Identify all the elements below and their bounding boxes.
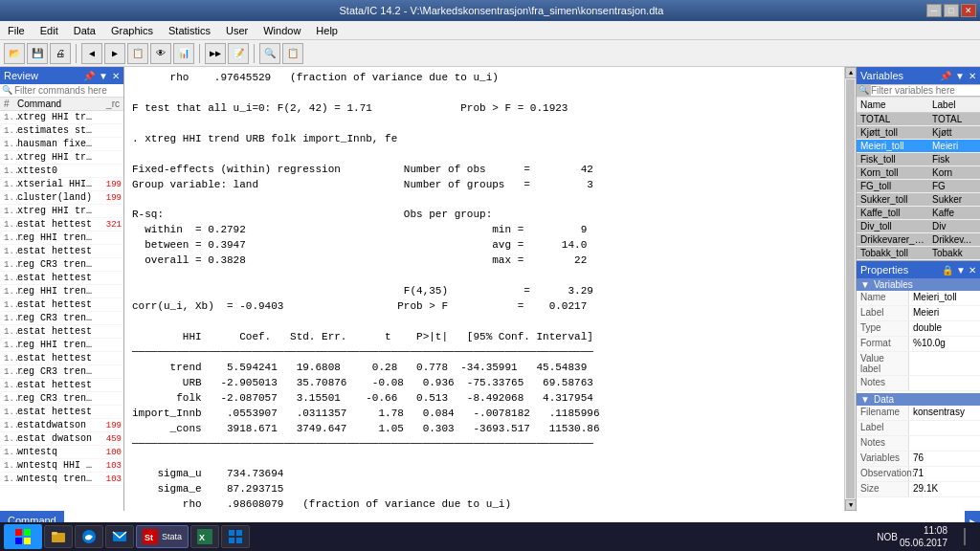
- props-close[interactable]: ✕: [969, 265, 976, 276]
- svg-rect-2: [15, 538, 22, 544]
- list-item[interactable]: 1...xtreg HHI trend ...: [0, 111, 123, 124]
- toolbar-save[interactable]: 💾: [27, 43, 48, 64]
- menu-data[interactable]: Data: [66, 23, 103, 38]
- taskbar-item-folder[interactable]: [44, 525, 73, 548]
- list-item[interactable]: 1...xtreg HHI trend ...: [0, 205, 123, 218]
- table-row[interactable]: TOTALTOTAL: [857, 113, 980, 126]
- toolbar-back[interactable]: ◀: [81, 43, 102, 64]
- props-lock[interactable]: 🔒: [942, 265, 953, 276]
- menu-bar: File Edit Data Graphics Statistics User …: [0, 21, 980, 40]
- review-filter-input[interactable]: [14, 85, 124, 96]
- review-menu[interactable]: ▼: [99, 71, 108, 81]
- table-row[interactable]: Kjøtt_tollKjøtt: [857, 126, 980, 140]
- svg-rect-12: [229, 530, 234, 536]
- review-close[interactable]: ✕: [112, 71, 120, 81]
- list-item[interactable]: 1...estat hettest: [0, 325, 123, 339]
- close-button[interactable]: ✕: [961, 4, 976, 17]
- list-item[interactable]: 1...estat hettest: [0, 379, 123, 392]
- properties-header: Properties 🔒 ▼ ✕: [857, 261, 980, 278]
- maximize-button[interactable]: □: [944, 4, 959, 17]
- taskbar-indicators: NOB: [877, 532, 898, 542]
- toolbar-datasearch[interactable]: 🔍: [259, 43, 280, 64]
- list-item[interactable]: 1...reg CR3 trend UR...: [0, 312, 123, 325]
- svg-text:X: X: [199, 533, 205, 542]
- show-desktop-button[interactable]: [953, 524, 976, 549]
- toolbar-fwd[interactable]: ▶: [104, 43, 125, 64]
- list-item[interactable]: 1...reg CR3 trend UR...: [0, 365, 123, 379]
- scroll-up[interactable]: ▲: [845, 67, 856, 78]
- table-row[interactable]: Drikkevarer_t...Drikkev...: [857, 233, 980, 247]
- menu-help[interactable]: Help: [308, 23, 345, 38]
- toolbar-log[interactable]: 📋: [127, 43, 148, 64]
- table-row[interactable]: Sukker_tollSukker: [857, 193, 980, 207]
- results-scrollbar[interactable]: ▲ ▼: [844, 67, 856, 511]
- list-item[interactable]: 1...estat hettest: [0, 406, 123, 419]
- list-item[interactable]: 1...wntestq HHI tren...103: [0, 459, 123, 473]
- table-row[interactable]: FG_tollFG: [857, 180, 980, 193]
- props-menu[interactable]: ▼: [956, 265, 966, 276]
- toolbar-doeditor[interactable]: 📝: [228, 43, 249, 64]
- results-content[interactable]: rho .97645529 (fraction of variance due …: [124, 67, 844, 511]
- list-item[interactable]: 1...xttest0: [0, 165, 123, 178]
- list-item[interactable]: 1...reg CR3 trend UR...: [0, 392, 123, 406]
- toolbar-graph[interactable]: 📊: [173, 43, 194, 64]
- list-item[interactable]: 1...estat hettest321: [0, 218, 123, 231]
- list-item[interactable]: 1...xtserial HHI trend...199: [0, 178, 123, 191]
- taskbar-item-stata[interactable]: St Stata: [136, 525, 189, 548]
- table-row[interactable]: Tobakk_tollTobakk: [857, 247, 980, 260]
- taskbar-item-mail[interactable]: [105, 525, 134, 548]
- toolbar-sep3: [254, 44, 255, 63]
- toolbar-sep1: [76, 44, 77, 63]
- menu-graphics[interactable]: Graphics: [103, 23, 161, 38]
- list-item[interactable]: 1...estat hettest: [0, 352, 123, 365]
- title-bar: Stata/IC 14.2 - V:\Markedskonsentrasjon\…: [0, 0, 980, 21]
- list-item[interactable]: 1...estat hettest: [0, 245, 123, 258]
- list-item[interactable]: 1...estimates store r...: [0, 124, 123, 138]
- toolbar-vars[interactable]: 📋: [282, 43, 303, 64]
- menu-edit[interactable]: Edit: [33, 23, 66, 38]
- list-item[interactable]: 1...reg HHI trend UR...: [0, 339, 123, 352]
- menu-file[interactable]: File: [0, 23, 33, 38]
- toolbar-do[interactable]: ▶▶: [205, 43, 226, 64]
- table-row[interactable]: URBURB: [857, 260, 980, 261]
- list-item[interactable]: 1...hausman fixed ra...: [0, 138, 123, 151]
- list-item[interactable]: 1...estat hettest: [0, 272, 123, 285]
- vars-pin[interactable]: 📌: [940, 71, 951, 81]
- taskbar-item-edge[interactable]: [75, 525, 103, 548]
- taskbar-item-excel[interactable]: X: [190, 525, 219, 548]
- review-list: 1...xtreg HHI trend ... 1...estimates st…: [0, 111, 123, 511]
- properties-title: Properties: [860, 264, 908, 276]
- table-row[interactable]: Kaffe_tollKaffe: [857, 207, 980, 220]
- list-item[interactable]: 1...xtreg HHI trend ...: [0, 151, 123, 165]
- toolbar-open[interactable]: 📂: [4, 43, 25, 64]
- variables-filter-row: 🔍: [857, 84, 980, 98]
- scroll-thumb[interactable]: [846, 79, 855, 498]
- menu-window[interactable]: Window: [256, 23, 308, 38]
- review-pin[interactable]: 📌: [83, 71, 95, 81]
- list-item[interactable]: 1...estat hettest: [0, 298, 123, 312]
- list-item[interactable]: 1...wntestq trend U...103: [0, 473, 123, 486]
- variables-filter-input[interactable]: [871, 85, 980, 96]
- variables-table: Name Label TOTALTOTAL Kjøtt_tollKjøtt Me…: [857, 98, 980, 260]
- list-item[interactable]: 1...wntestq100: [0, 446, 123, 459]
- table-row[interactable]: Meieri_tollMeieri: [857, 140, 980, 153]
- menu-user[interactable]: User: [218, 23, 256, 38]
- vars-menu[interactable]: ▼: [955, 71, 965, 81]
- taskbar-item-grid[interactable]: [221, 525, 250, 548]
- table-row[interactable]: Fisk_tollFisk: [857, 153, 980, 166]
- list-item[interactable]: 1...reg CR3 trend UR...: [0, 258, 123, 272]
- list-item[interactable]: 1...cluster(land)199: [0, 191, 123, 205]
- start-button[interactable]: [4, 524, 42, 549]
- table-row[interactable]: Korn_tollKorn: [857, 166, 980, 180]
- list-item[interactable]: 1...reg HHI trend UR...: [0, 231, 123, 245]
- list-item[interactable]: 1...estatdwatson199: [0, 419, 123, 432]
- table-row[interactable]: Div_tollDiv: [857, 220, 980, 233]
- toolbar-print[interactable]: 🖨: [50, 43, 71, 64]
- minimize-button[interactable]: ─: [926, 4, 942, 17]
- vars-close[interactable]: ✕: [969, 71, 976, 81]
- menu-statistics[interactable]: Statistics: [161, 23, 218, 38]
- toolbar-viewer[interactable]: 👁: [150, 43, 171, 64]
- list-item[interactable]: 1...reg HHI trend UR...: [0, 285, 123, 298]
- list-item[interactable]: 1...estat dwatson459: [0, 432, 123, 446]
- scroll-down[interactable]: ▼: [845, 499, 856, 511]
